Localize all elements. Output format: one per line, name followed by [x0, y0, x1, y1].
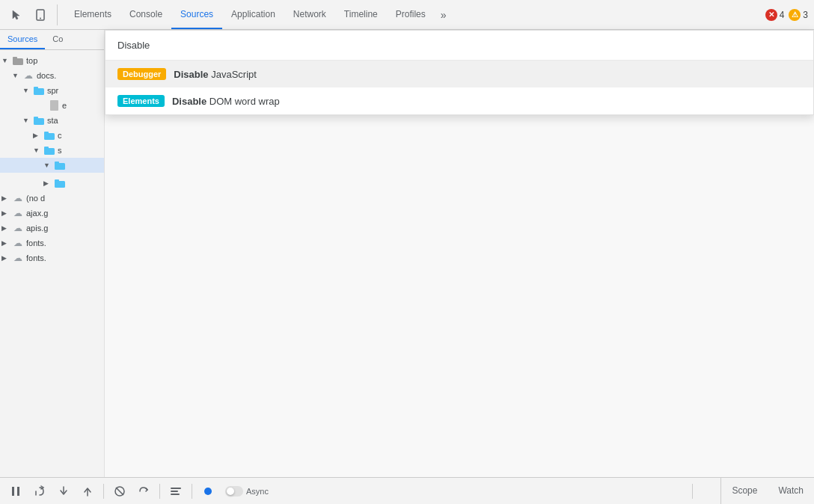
folder-icon [54, 159, 66, 171]
tree-item-spr[interactable]: ▼ spr [0, 83, 104, 98]
tree-arrow: ▶ [43, 179, 54, 187]
folder-icon [12, 55, 24, 67]
cursor-icon[interactable] [6, 4, 27, 25]
cloud-icon: ☁ [12, 192, 24, 204]
tab-sources[interactable]: Sources [171, 0, 222, 29]
tree-arrow: ▶ [1, 254, 12, 262]
tree-label: sta [47, 116, 58, 125]
tab-overflow[interactable]: » [435, 9, 453, 21]
folder-icon [33, 84, 45, 96]
svg-rect-25 [171, 491, 178, 492]
tab-network[interactable]: Network [284, 0, 335, 29]
watch-tab[interactable]: Watch [768, 481, 814, 502]
svg-rect-17 [12, 487, 14, 496]
tree-arrow: ▶ [33, 132, 43, 139]
step-into-button[interactable] [54, 482, 73, 501]
toolbar-divider-2 [159, 484, 160, 499]
error-icon: ✕ [765, 9, 777, 21]
step-out-button[interactable] [78, 482, 97, 501]
svg-rect-18 [17, 487, 19, 496]
async-toggle[interactable] [225, 486, 243, 497]
dropdown-item-elements[interactable]: Elements Disable DOM word wrap [105, 87, 813, 114]
svg-line-23 [116, 488, 123, 495]
tree-item-nod[interactable]: ▶ ☁ (no d [0, 191, 104, 206]
file-tree: ▼ top ▼ ☁ docs. ▼ spr [0, 50, 104, 477]
step-over-button[interactable] [30, 482, 49, 501]
tree-item-s[interactable]: ▼ s [0, 143, 104, 158]
dropdown-rest-text: DOM word wrap [206, 96, 280, 107]
folder-icon [33, 114, 45, 126]
cloud-icon: ☁ [22, 70, 34, 82]
dropdown-bold-text: Disable [174, 69, 208, 80]
tree-label: c [58, 131, 62, 140]
error-badge-group: ✕ 4 ⚠ 3 [765, 9, 808, 21]
dropdown-item-text-elements: Disable DOM word wrap [172, 96, 280, 107]
svg-point-27 [204, 488, 212, 495]
tree-arrow: ▼ [33, 147, 43, 154]
svg-rect-3 [13, 57, 17, 60]
tab-application[interactable]: Application [222, 0, 284, 29]
tree-label: docs. [37, 71, 56, 80]
cloud-icon: ☁ [12, 237, 24, 249]
tree-arrow: ▼ [22, 87, 33, 94]
tree-item-sub2[interactable]: ▶ [0, 176, 104, 191]
pause-button[interactable] [6, 482, 25, 501]
tab-profiles[interactable]: Profiles [387, 0, 435, 29]
tab-elements[interactable]: Elements [65, 0, 120, 29]
async-label: Async [246, 487, 269, 496]
sidebar: Sources Co ▼ top ▼ ☁ docs. ▼ [0, 30, 105, 477]
format-button[interactable] [166, 482, 186, 501]
tree-item-top[interactable]: ▼ top [0, 53, 104, 68]
tree-item-fonts1[interactable]: ▶ ☁ fonts. [0, 236, 104, 251]
dropdown-item-debugger[interactable]: Debugger Disable JavaScript [105, 61, 813, 87]
tree-item-fonts2[interactable]: ▶ ☁ fonts. [0, 251, 104, 265]
breakpoints-button[interactable] [198, 482, 218, 501]
tree-item-sub1[interactable]: ▼ [0, 158, 104, 173]
dropdown-search-text: Disable [105, 31, 813, 61]
folder-icon [43, 129, 55, 141]
tree-label: s [58, 146, 62, 155]
error-badge: ✕ 4 [765, 9, 785, 21]
tab-timeline[interactable]: Timeline [335, 0, 387, 29]
debugger-badge: Debugger [117, 68, 166, 80]
tree-item-c[interactable]: ▶ c [0, 128, 104, 143]
svg-rect-14 [55, 162, 59, 165]
mobile-icon[interactable] [30, 4, 51, 25]
warning-badge: ⚠ 3 [789, 9, 808, 21]
tree-item-e[interactable]: e [0, 98, 104, 113]
scope-watch-tabs: Scope Watch [720, 478, 814, 504]
tree-label: fonts. [26, 239, 46, 248]
tree-item-apis[interactable]: ▶ ☁ apis.g [0, 221, 104, 236]
tree-label: (no d [26, 194, 45, 203]
tree-arrow: ▼ [1, 57, 12, 64]
autocomplete-dropdown: Disable Debugger Disable JavaScript Elem… [105, 30, 814, 115]
sidebar-tab-sources[interactable]: Sources [0, 30, 45, 49]
deactivate-button[interactable] [110, 482, 129, 501]
folder-icon [43, 144, 55, 156]
toolbar-divider [103, 484, 104, 499]
async-group: Async [225, 486, 269, 497]
tree-arrow: ▶ [1, 239, 12, 247]
tree-arrow: ▶ [1, 224, 12, 232]
svg-rect-6 [50, 100, 58, 111]
svg-rect-5 [34, 87, 38, 90]
tab-console[interactable]: Console [120, 0, 171, 29]
tree-item-ajax[interactable]: ▶ ☁ ajax.g [0, 206, 104, 221]
tree-label: spr [47, 86, 58, 95]
tree-label: ajax.g [26, 209, 48, 218]
tree-arrow: ▶ [1, 194, 12, 202]
scope-tab[interactable]: Scope [721, 481, 768, 502]
svg-rect-8 [34, 117, 38, 120]
tree-item-docs[interactable]: ▼ ☁ docs. [0, 68, 104, 83]
tree-item-sta[interactable]: ▼ sta [0, 113, 104, 128]
svg-rect-10 [44, 132, 49, 135]
folder-icon [54, 177, 66, 189]
tree-label: apis.g [26, 224, 48, 233]
tree-arrow: ▼ [12, 72, 22, 79]
sidebar-tab-co[interactable]: Co [45, 30, 70, 49]
tree-label: fonts. [26, 253, 46, 262]
refresh-button[interactable] [134, 482, 153, 501]
tree-label: e [62, 101, 67, 110]
cloud-icon: ☁ [12, 222, 24, 234]
elements-badge: Elements [117, 95, 165, 107]
